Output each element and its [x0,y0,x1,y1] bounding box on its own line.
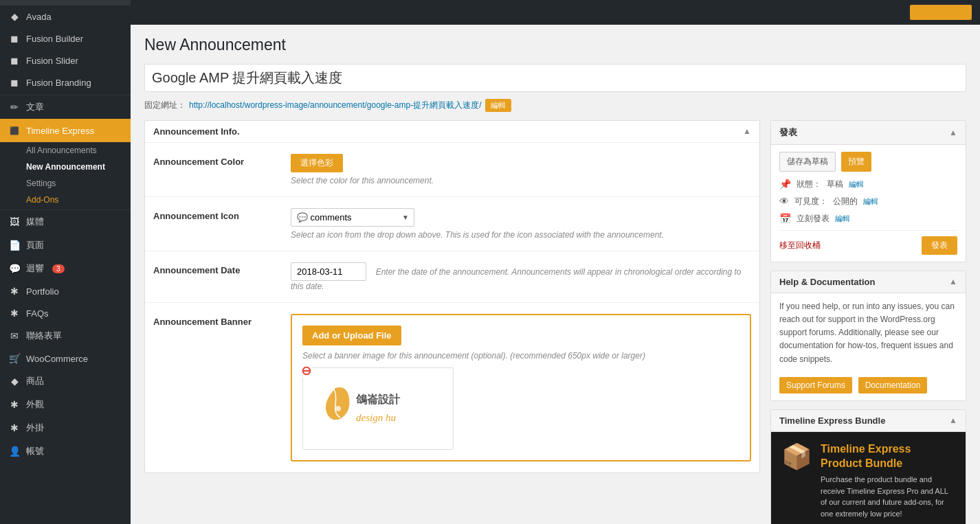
banner-section: Add or Upload File Select a banner image… [291,314,751,462]
color-content: 選擇色彩 Select the color for this announcem… [291,154,751,185]
schedule-row: 📅 立刻發表 編輯 [779,213,957,225]
date-input[interactable] [291,262,366,281]
trash-link[interactable]: 移至回收桶 [779,240,821,251]
schedule-edit-link[interactable]: 編輯 [835,214,850,224]
status-value: 草稿 [827,179,843,190]
documentation-btn[interactable]: Documentation [858,377,928,394]
post-title-input[interactable] [144,64,966,92]
banner-label: Announcement Banner [153,314,277,327]
sidebar-item-plugins[interactable]: ✱ 外掛 [0,416,131,440]
sidebar-timeline-label: Timeline Express [26,126,94,136]
permalink-label: 固定網址： [144,100,186,111]
banner-preview-image: 鴿崙設計 design hu [302,367,454,450]
visibility-edit-link[interactable]: 編輯 [863,196,878,207]
fusion-slider-icon: ◼ [8,55,21,66]
status-edit-link[interactable]: 編輯 [849,179,864,190]
bundle-box-icon: 📦 [781,442,812,471]
panel-header: Announcement Info. ▲ [145,121,759,143]
help-title: Help & Documentation [779,277,875,287]
bundle-description: Purchase the product bundle and receive … [821,474,955,519]
comments-badge: 3 [52,264,65,273]
sidebar-item-users[interactable]: 👤 帳號 [0,440,131,463]
publish-widget-body: 儲存為草稿 預覽 📌 狀態： 草稿 編輯 👁 可見度： 公開的 [771,145,966,262]
status-icon: 📌 [779,179,791,190]
sidebar-item-pages[interactable]: 📄 頁面 [0,233,131,257]
bundle-collapse-icon[interactable]: ▲ [949,415,957,425]
upload-file-btn[interactable]: Add or Upload File [302,326,401,345]
svg-point-0 [335,406,341,411]
sidebar-item-fusion-builder[interactable]: ◼ Fusion Builder [0,27,131,49]
pages-icon: 📄 [8,240,21,251]
visibility-label: 可見度： [794,196,827,207]
sidebar-item-label: Fusion Builder [26,34,83,44]
help-text: If you need help, or run into any issues… [779,300,957,366]
sidebar-item-woocommerce[interactable]: 🛒 WooCommerce [0,348,131,369]
help-widget: Help & Documentation ▲ If you need help,… [770,271,966,401]
sidebar-sub-all-announcements[interactable]: All Announcements [0,142,131,159]
preview-btn[interactable]: 預覽 [841,152,871,172]
bundle-widget-header: Timeline Express Bundle ▲ [771,410,966,432]
sidebar-item-appearance[interactable]: ✱ 外觀 [0,393,131,416]
publish-btn[interactable]: 發表 [922,236,957,255]
appearance-icon: ✱ [8,399,21,410]
sidebar-sub-addons[interactable]: Add-Ons [0,192,131,208]
sidebar-item-comments[interactable]: 💬 迴響 3 [0,257,131,280]
visibility-row: 👁 可見度： 公開的 編輯 [779,196,957,207]
sidebar-item-portfolio[interactable]: ✱ Portfolio [0,280,131,302]
articles-icon: ✏ [8,102,21,113]
panel-collapse-icon[interactable]: ▲ [743,126,751,136]
page-title: New Announcement [144,35,966,56]
publish-widget: 發表 ▲ 儲存為草稿 預覽 📌 狀態： 草稿 編輯 [770,120,966,262]
icon-dropdown[interactable]: 💬 comments [291,208,414,227]
sidebar-item-media[interactable]: 🖼 媒體 [0,210,131,233]
sidebar-item-products[interactable]: ◆ 商品 [0,369,131,393]
sidebar-item-faqs[interactable]: ✱ FAQs [0,302,131,324]
sidebar-sub-new-announcement[interactable]: New Announcement [0,159,131,175]
publish-title: 發表 [779,126,797,139]
save-draft-btn[interactable]: 儲存為草稿 [779,152,836,172]
visibility-value: 公開的 [833,196,858,207]
bundle-content: Timeline Express Product Bundle Purchase… [821,442,955,520]
contact-icon: ✉ [8,330,21,341]
sidebar: ◆ Avada ◼ Fusion Builder ◼ Fusion Slider… [0,0,131,524]
color-picker-btn[interactable]: 選擇色彩 [291,154,343,172]
svg-text:design hu: design hu [356,412,396,423]
permalink-edit-btn[interactable]: 編輯 [485,99,511,112]
permalink-bar: 固定網址： http://localhost/wordpress-image/a… [144,99,966,112]
main-area: New Announcement 固定網址： http://localhost/… [131,0,980,524]
schedule-label: 立刻發表 [797,213,829,225]
avada-icon: ◆ [8,11,21,22]
sidebar-item-articles[interactable]: ✏ 文章 [0,95,131,119]
woo-icon: 🛒 [8,353,21,364]
status-row: 📌 狀態： 草稿 編輯 [779,179,957,190]
remove-banner-btn[interactable]: ⊖ [299,364,313,378]
sidebar-item-fusion-slider[interactable]: ◼ Fusion Slider [0,49,131,71]
color-help: Select the color for this announcement. [291,176,751,185]
banner-field-row: Announcement Banner Add or Upload File S… [145,303,759,472]
sidebar-sub-settings[interactable]: Settings [0,175,131,192]
icon-help: Select an icon from the drop down above.… [291,230,751,240]
publish-widget-header: 發表 ▲ [771,121,966,145]
bundle-title-text: Timeline Express Product Bundle [821,442,955,471]
banner-content: Add or Upload File Select a banner image… [291,314,751,462]
help-widget-header: Help & Documentation ▲ [771,271,966,293]
help-collapse-icon[interactable]: ▲ [949,277,957,286]
sidebar-item-fusion-branding[interactable]: ◼ Fusion Branding [0,71,131,93]
support-forums-btn[interactable]: Support Forums [779,377,852,394]
plugins-icon: ✱ [8,422,21,433]
products-icon: ◆ [8,376,21,387]
sidebar-item-contact[interactable]: ✉ 聯絡表單 [0,324,131,348]
publish-actions: 移至回收桶 發表 [779,230,957,255]
banner-help: Select a banner image for this announcem… [302,351,739,361]
bundle-widget: Timeline Express Bundle ▲ 📦 Timeline Exp… [770,409,966,524]
users-icon: 👤 [8,446,21,457]
sidebar-item-avada[interactable]: ◆ Avada [0,5,131,27]
logo-svg: 鴿崙設計 design hu [309,374,447,443]
icon-label: Announcement Icon [153,208,277,221]
publish-collapse-icon[interactable]: ▲ [949,128,957,137]
faqs-icon: ✱ [8,308,21,319]
sidebar-item-label: Avada [26,12,52,22]
sidebar-item-timeline-express[interactable]: ⬛ Timeline Express [0,119,131,142]
permalink-url[interactable]: http://localhost/wordpress-image/announc… [189,100,482,111]
svg-text:鴿崙設計: 鴿崙設計 [355,393,401,405]
